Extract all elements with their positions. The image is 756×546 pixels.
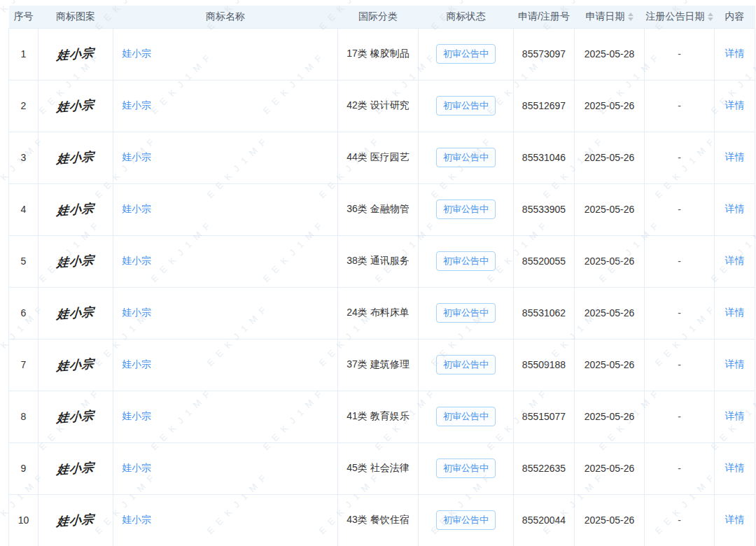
- app-number-cell: 85531062: [514, 287, 575, 339]
- action-cell: 详情: [715, 80, 755, 132]
- trademark-name-cell: 娃小宗: [113, 183, 338, 235]
- trademark-name-link[interactable]: 娃小宗: [122, 514, 151, 525]
- trademark-logo-image: 娃小宗: [56, 511, 94, 530]
- status-badge: 初审公告中: [436, 355, 496, 374]
- action-cell: 详情: [715, 183, 755, 235]
- trademark-results-page: 序号 商标图案 商标名称 国际分类 商标状态 申请/注册号 申请日期 注册公告日…: [0, 0, 756, 546]
- reg-pub-date-cell: -: [645, 28, 715, 80]
- header-status: 商标状态: [419, 6, 514, 28]
- classification-cell: 38类 通讯服务: [338, 235, 419, 287]
- trademark-name-link[interactable]: 娃小宗: [122, 255, 151, 266]
- app-number-cell: 85531046: [514, 132, 575, 183]
- app-date-cell: 2025-05-26: [575, 183, 645, 235]
- trademark-name-link[interactable]: 娃小宗: [122, 99, 151, 111]
- table-header: 序号 商标图案 商标名称 国际分类 商标状态 申请/注册号 申请日期 注册公告日…: [9, 6, 755, 28]
- trademark-name-link[interactable]: 娃小宗: [122, 358, 151, 370]
- detail-link[interactable]: 详情: [725, 48, 745, 59]
- trademark-logo-image: 娃小宗: [56, 45, 94, 64]
- table-row: 3 娃小宗 娃小宗 44类 医疗园艺 初审公告中 85531046 2025-0…: [9, 132, 755, 183]
- action-cell: 详情: [715, 132, 755, 183]
- table-row: 9 娃小宗 娃小宗 45类 社会法律 初审公告中 85522635 2025-0…: [9, 442, 755, 494]
- reg-pub-date-cell: -: [645, 391, 715, 442]
- trademark-image-cell: 娃小宗: [38, 28, 113, 80]
- trademark-image-cell: 娃小宗: [38, 339, 113, 391]
- header-classification: 国际分类: [338, 6, 419, 28]
- app-date-cell: 2025-05-28: [575, 28, 645, 80]
- status-cell: 初审公告中: [419, 183, 514, 235]
- trademark-image-cell: 娃小宗: [38, 442, 113, 494]
- detail-link[interactable]: 详情: [725, 410, 745, 421]
- action-cell: 详情: [715, 235, 755, 287]
- app-date-cell: 2025-05-26: [575, 494, 645, 546]
- header-action: 内容: [715, 6, 755, 28]
- trademark-name-cell: 娃小宗: [113, 235, 338, 287]
- trademark-name-cell: 娃小宗: [113, 339, 338, 391]
- header-app-number: 申请/注册号: [514, 6, 575, 28]
- detail-link[interactable]: 详情: [725, 307, 745, 318]
- detail-link[interactable]: 详情: [725, 462, 745, 473]
- trademark-name-link[interactable]: 娃小宗: [122, 151, 151, 162]
- classification-cell: 41类 教育娱乐: [338, 391, 419, 442]
- reg-pub-date-cell: -: [645, 339, 715, 391]
- reg-pub-date-cell: -: [645, 183, 715, 235]
- reg-pub-date-cell: -: [645, 442, 715, 494]
- status-badge: 初审公告中: [436, 44, 496, 64]
- row-index: 9: [9, 442, 38, 494]
- classification-cell: 36类 金融物管: [338, 183, 419, 235]
- header-index: 序号: [9, 6, 38, 28]
- app-number-cell: 85533905: [514, 183, 575, 235]
- row-index: 7: [9, 339, 38, 391]
- trademark-image-cell: 娃小宗: [38, 391, 113, 442]
- status-badge: 初审公告中: [436, 510, 496, 530]
- trademark-name-link[interactable]: 娃小宗: [122, 307, 151, 318]
- detail-link[interactable]: 详情: [725, 514, 745, 525]
- detail-link[interactable]: 详情: [725, 151, 745, 162]
- app-date-cell: 2025-05-26: [575, 235, 645, 287]
- header-app-date-sort[interactable]: 申请日期: [575, 6, 645, 28]
- trademark-image-cell: 娃小宗: [38, 80, 113, 132]
- table-row: 7 娃小宗 娃小宗 37类 建筑修理 初审公告中 85509188 2025-0…: [9, 339, 755, 391]
- trademark-name-link[interactable]: 娃小宗: [122, 410, 151, 421]
- status-badge: 初审公告中: [436, 407, 496, 426]
- trademark-name-cell: 娃小宗: [113, 132, 338, 183]
- detail-link[interactable]: 详情: [725, 255, 745, 266]
- header-reg-pub-date-sort[interactable]: 注册公告日期: [645, 6, 715, 28]
- status-cell: 初审公告中: [419, 391, 514, 442]
- trademark-name-cell: 娃小宗: [113, 287, 338, 339]
- header-name: 商标名称: [113, 6, 338, 28]
- trademark-image-cell: 娃小宗: [38, 132, 113, 183]
- reg-pub-date-cell: -: [645, 287, 715, 339]
- action-cell: 详情: [715, 28, 755, 80]
- app-date-cell: 2025-05-26: [575, 287, 645, 339]
- row-index: 10: [9, 494, 38, 546]
- reg-pub-date-cell: -: [645, 132, 715, 183]
- app-number-cell: 85512697: [514, 80, 575, 132]
- detail-link[interactable]: 详情: [725, 203, 745, 214]
- row-index: 5: [9, 235, 38, 287]
- trademark-name-link[interactable]: 娃小宗: [122, 203, 151, 214]
- classification-cell: 37类 建筑修理: [338, 339, 419, 391]
- detail-link[interactable]: 详情: [725, 99, 745, 111]
- app-date-cell: 2025-05-26: [575, 339, 645, 391]
- header-mark-image: 商标图案: [38, 6, 113, 28]
- classification-cell: 44类 医疗园艺: [338, 132, 419, 183]
- row-index: 4: [9, 183, 38, 235]
- row-index: 8: [9, 391, 38, 442]
- detail-link[interactable]: 详情: [725, 358, 745, 370]
- trademark-logo-image: 娃小宗: [56, 304, 94, 323]
- table-row: 8 娃小宗 娃小宗 41类 教育娱乐 初审公告中 85515077 2025-0…: [9, 391, 755, 442]
- table-row: 2 娃小宗 娃小宗 42类 设计研究 初审公告中 85512697 2025-0…: [9, 80, 755, 132]
- trademark-table: 序号 商标图案 商标名称 国际分类 商标状态 申请/注册号 申请日期 注册公告日…: [8, 6, 755, 546]
- header-label: 商标名称: [206, 10, 245, 22]
- action-cell: 详情: [715, 287, 755, 339]
- row-index: 3: [9, 132, 38, 183]
- table-row: 5 娃小宗 娃小宗 38类 通讯服务 初审公告中 85520055 2025-0…: [9, 235, 755, 287]
- trademark-name-link[interactable]: 娃小宗: [122, 462, 151, 473]
- trademark-name-link[interactable]: 娃小宗: [122, 48, 151, 59]
- classification-cell: 43类 餐饮住宿: [338, 494, 419, 546]
- action-cell: 详情: [715, 391, 755, 442]
- header-label: 申请/注册号: [518, 10, 570, 22]
- header-label: 注册公告日期: [646, 10, 705, 22]
- trademark-image-cell: 娃小宗: [38, 287, 113, 339]
- classification-cell: 45类 社会法律: [338, 442, 419, 494]
